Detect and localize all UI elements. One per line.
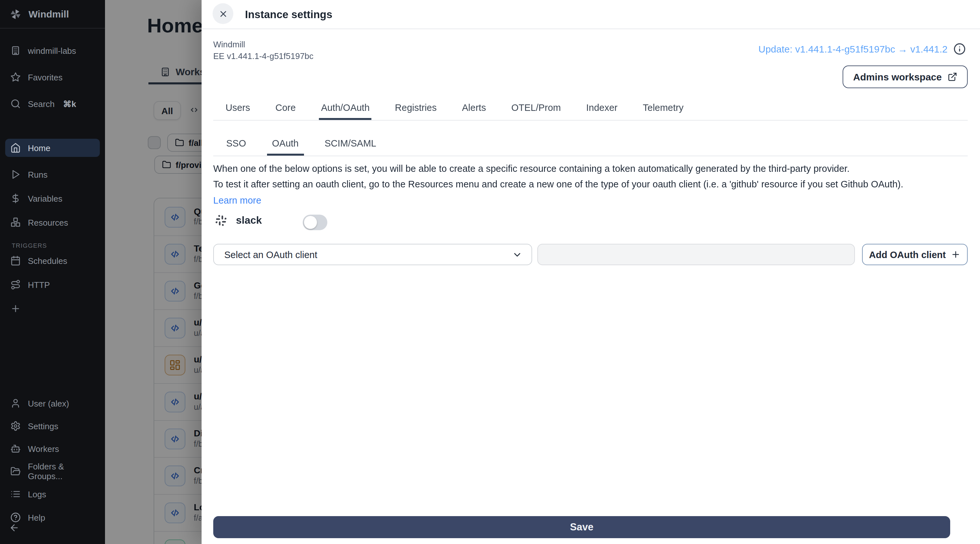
admins-workspace-button[interactable]: Admins workspace [843, 65, 968, 88]
save-button[interactable]: Save [213, 516, 950, 538]
gear-icon [10, 421, 21, 431]
dollar-icon [10, 193, 21, 204]
app-title: Windmill [29, 8, 69, 19]
subtab-oauth[interactable]: OAuth [267, 133, 304, 156]
star-icon [10, 72, 21, 82]
settings-tabs: Users Core Auth/OAuth Registries Alerts … [213, 97, 968, 121]
tab-users[interactable]: Users [224, 97, 252, 120]
sidebar-item-favorites[interactable]: Favorites [5, 68, 100, 86]
tab-registries[interactable]: Registries [393, 97, 439, 120]
toggle-knob [304, 216, 317, 229]
close-button[interactable] [213, 3, 233, 24]
subtab-scim-saml[interactable]: SCIM/SAML [319, 133, 382, 156]
close-icon [218, 9, 228, 19]
plus-icon [10, 303, 21, 314]
sidebar-item-variables[interactable]: Variables [5, 189, 100, 207]
update-version-link[interactable]: Update: v1.441.1-4-g51f5197bc → v1.441.2 [758, 43, 948, 54]
help-circle-icon [10, 512, 21, 523]
sidebar-item-help[interactable]: Help [6, 512, 49, 523]
tab-telemetry[interactable]: Telemetry [641, 97, 686, 120]
instance-version: EE v1.441.1-4-g51f5197bc [213, 51, 313, 61]
tab-alerts[interactable]: Alerts [460, 97, 488, 120]
client-secret-input[interactable] [537, 244, 855, 265]
user-icon [10, 398, 21, 408]
instance-settings-drawer: Instance settings Windmill EE v1.441.1-4… [202, 0, 980, 544]
folder-open-icon [10, 466, 21, 477]
search-shortcut: ⌘k [63, 99, 76, 108]
add-oauth-client-button[interactable]: Add OAuth client [862, 244, 968, 265]
building-icon [10, 45, 21, 56]
route-icon [10, 279, 21, 290]
search-icon [10, 99, 21, 109]
bot-icon [10, 443, 21, 454]
windmill-logo-icon [9, 8, 22, 21]
slack-icon [215, 215, 227, 226]
sidebar-nav: windmill-labs Favorites Search ⌘k Home R… [0, 29, 105, 318]
cubes-icon [10, 217, 21, 228]
tab-auth-oauth[interactable]: Auth/OAuth [319, 97, 372, 120]
sidebar-item-logs[interactable]: Logs [5, 485, 100, 503]
windmill-app: Home Works All f/all f/provide [0, 0, 980, 544]
oauth-client-select-value: Select an OAuth client [224, 249, 317, 260]
sidebar: Windmill windmill-labs Favorites Search … [0, 0, 105, 544]
chevron-down-icon [512, 249, 522, 260]
sidebar-item-search[interactable]: Search ⌘k [5, 95, 100, 113]
sidebar-item-workspace[interactable]: windmill-labs [5, 41, 100, 60]
oauth-description-line2: To test it after setting an oauth client… [213, 179, 903, 189]
plus-icon [951, 250, 961, 259]
list-icon [10, 489, 21, 499]
play-icon [10, 169, 21, 180]
sidebar-item-home[interactable]: Home [5, 139, 100, 157]
tab-otel-prom[interactable]: OTEL/Prom [509, 97, 563, 120]
provider-name: slack [236, 215, 262, 226]
sidebar-item-folders-groups[interactable]: Folders & Groups... [5, 462, 100, 480]
triggers-section-label: TRIGGERS [12, 242, 100, 249]
instance-name: Windmill [213, 40, 245, 49]
tab-core[interactable]: Core [274, 97, 298, 120]
oauth-client-select[interactable]: Select an OAuth client [213, 244, 532, 265]
app-logo-row[interactable]: Windmill [0, 0, 105, 29]
slack-provider-row: slack [215, 215, 262, 226]
add-trigger-button[interactable] [5, 300, 100, 318]
drawer-title: Instance settings [245, 0, 332, 29]
sidebar-bottom-nav: User (alex) Settings Workers Folders & G… [5, 394, 100, 508]
sidebar-item-runs[interactable]: Runs [5, 165, 100, 183]
subtab-sso[interactable]: SSO [221, 133, 251, 156]
sidebar-item-settings[interactable]: Settings [5, 417, 100, 435]
learn-more-link[interactable]: Learn more [213, 195, 261, 206]
sidebar-item-http[interactable]: HTTP [5, 276, 100, 294]
sidebar-item-workers[interactable]: Workers [5, 440, 100, 458]
home-icon [10, 143, 21, 153]
collapse-sidebar-icon[interactable] [9, 523, 19, 533]
auth-subtabs: SSO OAuth SCIM/SAML [213, 133, 968, 156]
oauth-description-line1: When one of the below options is set, yo… [213, 163, 850, 174]
tab-indexer[interactable]: Indexer [584, 97, 620, 120]
sidebar-item-user[interactable]: User (alex) [5, 394, 100, 412]
sidebar-item-schedules[interactable]: Schedules [5, 252, 100, 270]
info-icon[interactable] [953, 43, 966, 55]
slack-enable-toggle[interactable] [303, 215, 327, 230]
sidebar-item-resources[interactable]: Resources [5, 213, 100, 231]
external-link-icon [948, 72, 957, 82]
calendar-icon [10, 255, 21, 266]
